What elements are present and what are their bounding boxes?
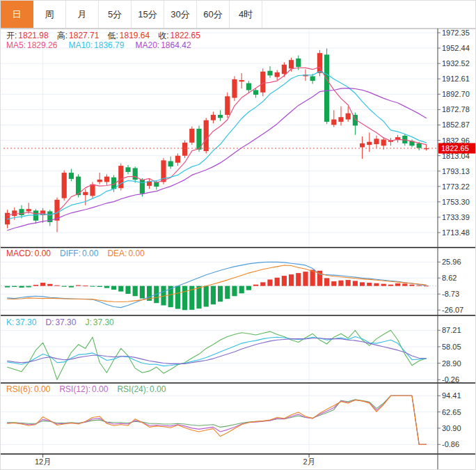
- candle-body: [204, 120, 209, 151]
- tab-month[interactable]: 月: [66, 1, 99, 28]
- macd-hist-bar: [62, 286, 67, 287]
- price-axis-label: 1952.44: [442, 44, 470, 52]
- candle-body: [282, 65, 287, 74]
- candle-body: [367, 142, 372, 145]
- macd-hist-bar: [402, 283, 407, 285]
- macd-hist-bar: [409, 285, 414, 286]
- price-axis-label: 1733.39: [442, 213, 470, 221]
- candle-body: [296, 58, 301, 67]
- macd-hist-bar: [225, 286, 230, 299]
- rsi12-line: [8, 395, 427, 444]
- chart-canvas[interactable]: 1972.351952.441932.521912.611892.701872.…: [1, 29, 476, 470]
- macd-hist-bar: [374, 283, 379, 286]
- price-axis-label: 1872.78: [442, 105, 470, 113]
- candle-body: [360, 143, 365, 148]
- tab-5min[interactable]: 5分: [99, 1, 132, 28]
- candle-body: [381, 139, 386, 146]
- candle-body: [189, 129, 194, 143]
- candle-body: [331, 120, 336, 125]
- macd-hist-bar: [246, 286, 251, 290]
- candle-body: [424, 148, 429, 149]
- rsi-axis-label: -0.86: [442, 440, 459, 448]
- tab-week[interactable]: 周: [33, 1, 66, 28]
- macd-hist-bar: [118, 286, 123, 292]
- candle-body: [182, 143, 187, 156]
- macd-hist-bar: [26, 286, 31, 288]
- macd-axis-label: 25.96: [442, 258, 461, 266]
- macd-hist-bar: [331, 281, 336, 286]
- macd-hist-bar: [133, 286, 138, 297]
- macd-hist-bar: [12, 286, 17, 287]
- candle-body: [246, 83, 251, 90]
- macd-hist-bar: [182, 286, 187, 311]
- macd-hist-bar: [232, 286, 237, 297]
- macd-hist-bar: [97, 286, 102, 287]
- macd-hist-bar: [395, 283, 400, 286]
- macd-hist-bar: [282, 276, 287, 286]
- candle-body: [90, 185, 95, 196]
- candle-body: [83, 192, 88, 195]
- macd-hist-bar: [125, 286, 130, 294]
- candle-body: [140, 180, 145, 194]
- rsi-axis-label: 94.41: [442, 391, 461, 400]
- candle-body: [239, 80, 244, 81]
- macd-hist-bar: [324, 278, 329, 285]
- macd-hist-bar: [303, 272, 308, 286]
- macd-hist-bar: [253, 285, 258, 286]
- macd-hist-bar: [296, 273, 301, 286]
- candle-body: [267, 71, 272, 76]
- macd-hist-bar: [40, 283, 45, 286]
- candle-body: [133, 168, 138, 180]
- tab-15min[interactable]: 15分: [132, 1, 164, 28]
- candle-body: [69, 173, 74, 179]
- macd-hist-bar: [47, 284, 52, 286]
- candle-body: [175, 156, 180, 163]
- rsi24-line: [8, 395, 427, 444]
- candle-body: [97, 180, 102, 182]
- macd-hist-bar: [204, 286, 209, 307]
- timeframe-tabs: 日周月5分15分30分60分4时: [1, 1, 475, 29]
- macd-hist-bar: [360, 282, 365, 285]
- candle-body: [225, 96, 230, 115]
- candle-body: [253, 90, 258, 95]
- candle-body: [218, 115, 223, 118]
- candle-body: [62, 173, 67, 198]
- macd-hist-bar: [140, 286, 145, 299]
- macd-hist-bar: [367, 283, 372, 286]
- macd-hist-bar: [289, 274, 294, 286]
- macd-hist-bar: [338, 281, 343, 286]
- price-axis-label: 1892.70: [442, 90, 470, 98]
- price-axis-label: 1793.13: [442, 167, 470, 175]
- candle-body: [232, 79, 237, 98]
- macd-hist-bar: [353, 281, 358, 285]
- macd-hist-bar: [267, 279, 272, 285]
- macd-hist-bar: [381, 284, 386, 286]
- month-label: 12月: [35, 457, 51, 466]
- macd-hist-bar: [275, 278, 280, 286]
- candle-body: [260, 72, 265, 93]
- price-axis-label: 1852.87: [442, 120, 470, 129]
- macd-hist-bar: [54, 285, 59, 286]
- price-axis-label: 1972.35: [442, 29, 470, 37]
- rsi6-line: [8, 395, 427, 444]
- candle-body: [289, 60, 294, 68]
- price-axis-label: 1713.48: [442, 228, 470, 237]
- tab-4hour[interactable]: 4时: [230, 1, 262, 28]
- macd-hist-bar: [211, 286, 216, 305]
- candle-body: [104, 177, 109, 182]
- tab-60min[interactable]: 60分: [197, 1, 230, 28]
- candle-body: [125, 167, 130, 172]
- candle-body: [19, 209, 24, 215]
- candle-body: [26, 209, 31, 211]
- tab-day[interactable]: 日: [1, 1, 33, 28]
- candle-body: [338, 117, 343, 122]
- macd-hist-bar: [260, 282, 265, 285]
- macd-hist-bar: [5, 286, 10, 288]
- macd-hist-bar: [218, 286, 223, 302]
- macd-axis-label: -26.07: [442, 306, 463, 314]
- tab-30min[interactable]: 30分: [164, 1, 197, 28]
- macd-hist-bar: [69, 286, 74, 288]
- kdj-axis-label: 28.90: [442, 359, 461, 368]
- macd-hist-bar: [346, 280, 351, 286]
- price-axis-label: 1932.52: [442, 59, 470, 68]
